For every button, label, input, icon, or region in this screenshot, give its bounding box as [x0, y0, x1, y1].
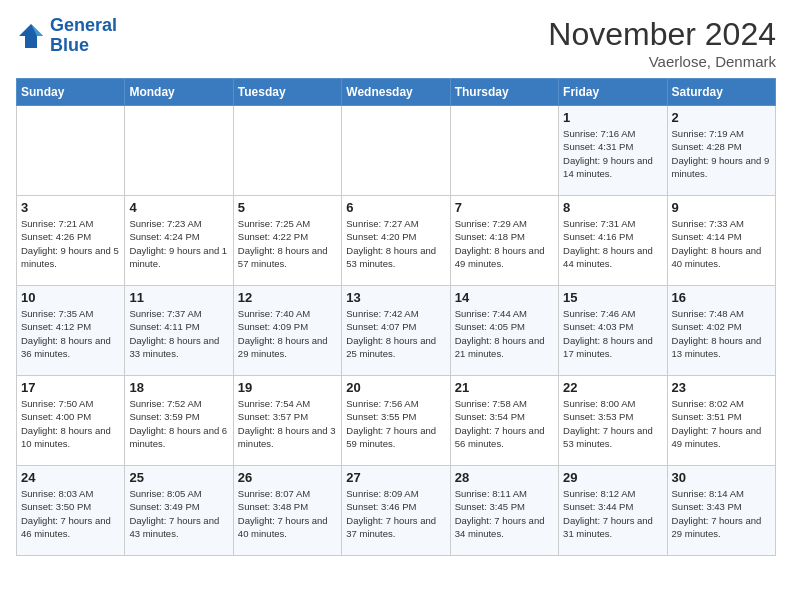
calendar-cell: 30Sunrise: 8:14 AM Sunset: 3:43 PM Dayli… [667, 466, 775, 556]
day-info: Sunrise: 8:09 AM Sunset: 3:46 PM Dayligh… [346, 487, 445, 540]
day-number: 8 [563, 200, 662, 215]
day-number: 22 [563, 380, 662, 395]
day-info: Sunrise: 7:27 AM Sunset: 4:20 PM Dayligh… [346, 217, 445, 270]
day-info: Sunrise: 8:12 AM Sunset: 3:44 PM Dayligh… [563, 487, 662, 540]
calendar-cell: 3Sunrise: 7:21 AM Sunset: 4:26 PM Daylig… [17, 196, 125, 286]
day-info: Sunrise: 7:21 AM Sunset: 4:26 PM Dayligh… [21, 217, 120, 270]
calendar-cell: 24Sunrise: 8:03 AM Sunset: 3:50 PM Dayli… [17, 466, 125, 556]
day-number: 28 [455, 470, 554, 485]
day-info: Sunrise: 7:50 AM Sunset: 4:00 PM Dayligh… [21, 397, 120, 450]
calendar-cell: 1Sunrise: 7:16 AM Sunset: 4:31 PM Daylig… [559, 106, 667, 196]
calendar-cell: 16Sunrise: 7:48 AM Sunset: 4:02 PM Dayli… [667, 286, 775, 376]
calendar-cell [17, 106, 125, 196]
calendar-cell [125, 106, 233, 196]
calendar-cell [233, 106, 341, 196]
day-info: Sunrise: 7:37 AM Sunset: 4:11 PM Dayligh… [129, 307, 228, 360]
calendar-cell: 7Sunrise: 7:29 AM Sunset: 4:18 PM Daylig… [450, 196, 558, 286]
day-info: Sunrise: 8:05 AM Sunset: 3:49 PM Dayligh… [129, 487, 228, 540]
day-number: 25 [129, 470, 228, 485]
week-row-2: 3Sunrise: 7:21 AM Sunset: 4:26 PM Daylig… [17, 196, 776, 286]
day-number: 13 [346, 290, 445, 305]
weekday-header-friday: Friday [559, 79, 667, 106]
calendar-cell: 12Sunrise: 7:40 AM Sunset: 4:09 PM Dayli… [233, 286, 341, 376]
calendar-cell: 25Sunrise: 8:05 AM Sunset: 3:49 PM Dayli… [125, 466, 233, 556]
day-info: Sunrise: 7:42 AM Sunset: 4:07 PM Dayligh… [346, 307, 445, 360]
calendar-cell: 15Sunrise: 7:46 AM Sunset: 4:03 PM Dayli… [559, 286, 667, 376]
day-number: 27 [346, 470, 445, 485]
logo: General Blue [16, 16, 117, 56]
calendar-cell: 2Sunrise: 7:19 AM Sunset: 4:28 PM Daylig… [667, 106, 775, 196]
day-info: Sunrise: 7:54 AM Sunset: 3:57 PM Dayligh… [238, 397, 337, 450]
calendar-cell: 14Sunrise: 7:44 AM Sunset: 4:05 PM Dayli… [450, 286, 558, 376]
weekday-header-wednesday: Wednesday [342, 79, 450, 106]
location-title: Vaerlose, Denmark [548, 53, 776, 70]
calendar-cell: 21Sunrise: 7:58 AM Sunset: 3:54 PM Dayli… [450, 376, 558, 466]
calendar-cell: 23Sunrise: 8:02 AM Sunset: 3:51 PM Dayli… [667, 376, 775, 466]
day-number: 21 [455, 380, 554, 395]
logo-line1: General [50, 16, 117, 36]
day-info: Sunrise: 7:52 AM Sunset: 3:59 PM Dayligh… [129, 397, 228, 450]
day-number: 18 [129, 380, 228, 395]
calendar-cell: 28Sunrise: 8:11 AM Sunset: 3:45 PM Dayli… [450, 466, 558, 556]
month-title: November 2024 [548, 16, 776, 53]
day-info: Sunrise: 7:40 AM Sunset: 4:09 PM Dayligh… [238, 307, 337, 360]
day-info: Sunrise: 7:29 AM Sunset: 4:18 PM Dayligh… [455, 217, 554, 270]
day-number: 3 [21, 200, 120, 215]
day-info: Sunrise: 8:03 AM Sunset: 3:50 PM Dayligh… [21, 487, 120, 540]
weekday-header-saturday: Saturday [667, 79, 775, 106]
day-number: 11 [129, 290, 228, 305]
calendar-cell: 26Sunrise: 8:07 AM Sunset: 3:48 PM Dayli… [233, 466, 341, 556]
day-info: Sunrise: 7:31 AM Sunset: 4:16 PM Dayligh… [563, 217, 662, 270]
day-number: 15 [563, 290, 662, 305]
logo-line2: Blue [50, 36, 117, 56]
day-info: Sunrise: 8:07 AM Sunset: 3:48 PM Dayligh… [238, 487, 337, 540]
day-number: 24 [21, 470, 120, 485]
weekday-header-row: SundayMondayTuesdayWednesdayThursdayFrid… [17, 79, 776, 106]
day-number: 12 [238, 290, 337, 305]
weekday-header-monday: Monday [125, 79, 233, 106]
day-info: Sunrise: 7:48 AM Sunset: 4:02 PM Dayligh… [672, 307, 771, 360]
day-info: Sunrise: 7:58 AM Sunset: 3:54 PM Dayligh… [455, 397, 554, 450]
calendar-cell: 6Sunrise: 7:27 AM Sunset: 4:20 PM Daylig… [342, 196, 450, 286]
weekday-header-sunday: Sunday [17, 79, 125, 106]
week-row-1: 1Sunrise: 7:16 AM Sunset: 4:31 PM Daylig… [17, 106, 776, 196]
day-number: 5 [238, 200, 337, 215]
weekday-header-tuesday: Tuesday [233, 79, 341, 106]
day-info: Sunrise: 7:44 AM Sunset: 4:05 PM Dayligh… [455, 307, 554, 360]
day-info: Sunrise: 7:19 AM Sunset: 4:28 PM Dayligh… [672, 127, 771, 180]
week-row-3: 10Sunrise: 7:35 AM Sunset: 4:12 PM Dayli… [17, 286, 776, 376]
week-row-4: 17Sunrise: 7:50 AM Sunset: 4:00 PM Dayli… [17, 376, 776, 466]
day-info: Sunrise: 7:46 AM Sunset: 4:03 PM Dayligh… [563, 307, 662, 360]
day-info: Sunrise: 7:16 AM Sunset: 4:31 PM Dayligh… [563, 127, 662, 180]
calendar-cell: 18Sunrise: 7:52 AM Sunset: 3:59 PM Dayli… [125, 376, 233, 466]
day-number: 7 [455, 200, 554, 215]
day-number: 9 [672, 200, 771, 215]
day-number: 4 [129, 200, 228, 215]
logo-icon [16, 21, 46, 51]
calendar-cell: 13Sunrise: 7:42 AM Sunset: 4:07 PM Dayli… [342, 286, 450, 376]
calendar-cell: 20Sunrise: 7:56 AM Sunset: 3:55 PM Dayli… [342, 376, 450, 466]
calendar-cell: 5Sunrise: 7:25 AM Sunset: 4:22 PM Daylig… [233, 196, 341, 286]
day-info: Sunrise: 7:23 AM Sunset: 4:24 PM Dayligh… [129, 217, 228, 270]
day-info: Sunrise: 7:56 AM Sunset: 3:55 PM Dayligh… [346, 397, 445, 450]
header: General Blue November 2024 Vaerlose, Den… [16, 16, 776, 70]
day-info: Sunrise: 8:00 AM Sunset: 3:53 PM Dayligh… [563, 397, 662, 450]
calendar-cell: 4Sunrise: 7:23 AM Sunset: 4:24 PM Daylig… [125, 196, 233, 286]
day-number: 20 [346, 380, 445, 395]
day-number: 30 [672, 470, 771, 485]
day-number: 6 [346, 200, 445, 215]
day-info: Sunrise: 7:25 AM Sunset: 4:22 PM Dayligh… [238, 217, 337, 270]
day-info: Sunrise: 8:14 AM Sunset: 3:43 PM Dayligh… [672, 487, 771, 540]
day-number: 10 [21, 290, 120, 305]
day-info: Sunrise: 7:33 AM Sunset: 4:14 PM Dayligh… [672, 217, 771, 270]
calendar-cell: 8Sunrise: 7:31 AM Sunset: 4:16 PM Daylig… [559, 196, 667, 286]
title-section: November 2024 Vaerlose, Denmark [548, 16, 776, 70]
calendar-cell: 29Sunrise: 8:12 AM Sunset: 3:44 PM Dayli… [559, 466, 667, 556]
logo-text: General Blue [50, 16, 117, 56]
day-number: 2 [672, 110, 771, 125]
calendar-cell: 11Sunrise: 7:37 AM Sunset: 4:11 PM Dayli… [125, 286, 233, 376]
calendar-cell: 10Sunrise: 7:35 AM Sunset: 4:12 PM Dayli… [17, 286, 125, 376]
day-info: Sunrise: 8:02 AM Sunset: 3:51 PM Dayligh… [672, 397, 771, 450]
calendar-table: SundayMondayTuesdayWednesdayThursdayFrid… [16, 78, 776, 556]
calendar-cell: 22Sunrise: 8:00 AM Sunset: 3:53 PM Dayli… [559, 376, 667, 466]
